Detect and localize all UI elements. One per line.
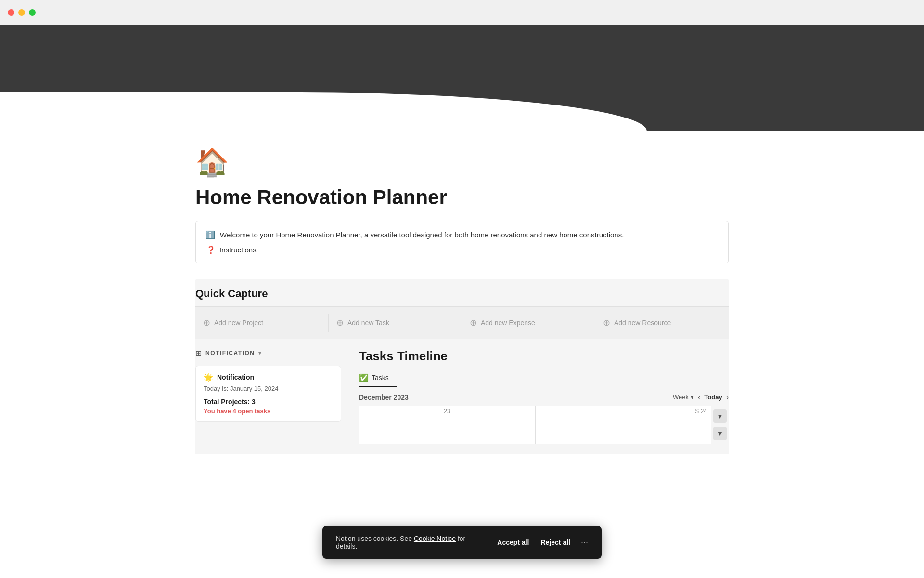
grid-icon: ⊞: [195, 349, 202, 358]
page-title: Home Renovation Planner: [195, 186, 729, 209]
hero-banner: [0, 25, 924, 131]
quick-capture-title: Quick Capture: [195, 279, 729, 306]
open-tasks: You have 4 open tasks: [204, 407, 333, 415]
prev-arrow[interactable]: ‹: [698, 393, 700, 402]
timeline-scroll-arrows: ▼ ▼: [711, 406, 729, 444]
notification-date: Today is: January 15, 2024: [204, 385, 333, 392]
add-resource-button[interactable]: ⊕ Add new Resource: [595, 314, 729, 332]
tasks-tab[interactable]: ✅ Tasks: [359, 369, 397, 387]
week-view-selector[interactable]: Week ▾: [673, 394, 694, 401]
total-projects: Total Projects: 3: [204, 398, 333, 406]
add-resource-label: Add new Resource: [614, 319, 671, 327]
timeline-col-header-23: 23: [359, 406, 535, 417]
timeline-month: December 2023: [359, 394, 409, 401]
info-text: Welcome to your Home Renovation Planner,…: [220, 230, 624, 241]
cookie-text: Notion uses cookies. See Cookie Notice f…: [336, 535, 487, 550]
timeline-nav: Week ▾ ‹ Today ›: [673, 393, 729, 402]
plus-icon: ⊕: [203, 317, 210, 328]
scroll-down-arrow-2[interactable]: ▼: [713, 427, 727, 440]
notification-panel: ⊞ NOTIFICATION ▾ 🌟 Notification Today is…: [195, 339, 349, 454]
week-label: Week: [673, 394, 689, 401]
sat-label: S: [695, 408, 699, 415]
timeline-col-23: 23: [359, 406, 535, 444]
quick-capture-grid: ⊕ Add new Project ⊕ Add new Task ⊕ Add n…: [195, 306, 729, 339]
add-project-button[interactable]: ⊕ Add new Project: [195, 314, 329, 332]
tasks-timeline-panel: Tasks Timeline ✅ Tasks December 2023 Wee…: [349, 339, 729, 454]
scroll-down-arrow[interactable]: ▼: [713, 409, 727, 423]
question-icon: ❓: [206, 246, 216, 254]
timeline-tabs: ✅ Tasks: [359, 369, 729, 387]
notification-label: NOTIFICATION: [205, 350, 255, 356]
plus-icon: ⊕: [336, 317, 344, 328]
add-expense-button[interactable]: ⊕ Add new Expense: [462, 314, 595, 332]
add-task-label: Add new Task: [347, 319, 389, 327]
page-icon: 🏠: [195, 146, 729, 178]
maximize-button[interactable]: [29, 9, 36, 16]
reject-all-button[interactable]: Reject all: [540, 537, 571, 548]
cookie-notice-link[interactable]: Cookie Notice: [414, 535, 456, 542]
add-project-label: Add new Project: [214, 319, 263, 327]
notification-card: 🌟 Notification Today is: January 15, 202…: [195, 366, 341, 422]
bottom-section: ⊞ NOTIFICATION ▾ 🌟 Notification Today is…: [195, 339, 729, 454]
main-content: 🏠 Home Renovation Planner ℹ️ Welcome to …: [149, 146, 775, 454]
next-arrow[interactable]: ›: [726, 393, 729, 402]
minimize-button[interactable]: [18, 9, 25, 16]
chevron-down-icon: ▾: [258, 350, 261, 356]
tasks-tab-label: Tasks: [372, 374, 389, 381]
day-number-23: 23: [444, 408, 450, 415]
timeline-controls: December 2023 Week ▾ ‹ Today ›: [359, 393, 729, 402]
check-icon: ✅: [359, 373, 369, 382]
open-tasks-suffix: open tasks: [238, 407, 270, 415]
add-task-button[interactable]: ⊕ Add new Task: [329, 314, 462, 332]
notification-card-title: Notification: [217, 373, 254, 381]
more-options-icon[interactable]: ···: [581, 538, 588, 548]
timeline-grid-row: 23 S 24 ▼ ▼: [359, 406, 729, 444]
add-expense-label: Add new Expense: [481, 319, 535, 327]
title-bar: [0, 0, 924, 25]
chevron-down-icon: ▾: [691, 394, 694, 401]
today-button[interactable]: Today: [704, 394, 722, 401]
plus-icon: ⊕: [603, 317, 610, 328]
quick-capture-section: Quick Capture ⊕ Add new Project ⊕ Add ne…: [195, 279, 729, 339]
timeline-col-s24: S 24: [535, 406, 711, 444]
info-icon: ℹ️: [205, 230, 215, 239]
plus-icon: ⊕: [470, 317, 477, 328]
sat-day: 24: [701, 408, 707, 415]
info-box: ℹ️ Welcome to your Home Renovation Plann…: [195, 221, 729, 263]
accept-all-button[interactable]: Accept all: [496, 537, 530, 548]
cookie-text-before: Notion uses cookies. See: [336, 535, 412, 542]
timeline-title: Tasks Timeline: [359, 349, 729, 364]
cookie-banner: Notion uses cookies. See Cookie Notice f…: [322, 526, 602, 559]
open-tasks-text: You have: [204, 407, 231, 415]
sun-icon: 🌟: [204, 373, 213, 382]
open-tasks-count: 4: [232, 407, 238, 415]
home-icon: 🏠: [195, 147, 229, 177]
notification-header[interactable]: ⊞ NOTIFICATION ▾: [195, 349, 349, 366]
instructions-link[interactable]: Instructions: [219, 246, 257, 254]
timeline-col-header-s24: S 24: [536, 406, 711, 417]
close-button[interactable]: [8, 9, 14, 16]
